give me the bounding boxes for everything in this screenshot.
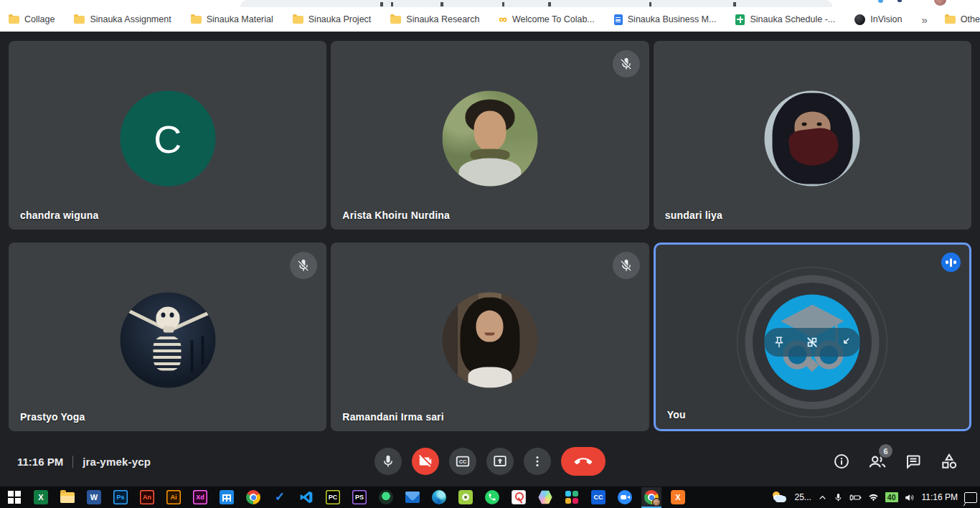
taskbar-calendar[interactable]: [220, 490, 234, 504]
battery-percent-badge[interactable]: 40: [885, 492, 898, 502]
taskbar-excel[interactable]: X: [34, 490, 48, 504]
weather-temperature[interactable]: 25...: [794, 492, 811, 502]
excel-icon: X: [34, 490, 48, 504]
browser-toolbar-remnant: [0, 0, 980, 7]
windows-logo-icon: [8, 491, 21, 504]
taskbar-chrome-active[interactable]: [644, 490, 659, 504]
illustrator-icon: Ai: [166, 490, 181, 504]
camera-off-button[interactable]: [412, 448, 439, 475]
bookmark-sinauka-schedule[interactable]: Sinauka Schedule -...: [735, 14, 835, 25]
vscode-icon: [299, 490, 314, 504]
avatar-photo: [120, 293, 215, 388]
start-button[interactable]: [7, 490, 22, 504]
participants-button[interactable]: 6: [868, 452, 887, 471]
addressbar-text-fragment: [733, 2, 736, 6]
video-tile-chandra-wiguna[interactable]: C chandra wiguna: [9, 41, 326, 230]
tray-microphone-icon[interactable]: [834, 493, 843, 502]
android-studio-icon: [379, 490, 393, 504]
addressbar-text-fragment: [649, 2, 651, 6]
pin-icon: [773, 336, 786, 349]
taskbar-microsoft-todo[interactable]: ✓: [273, 490, 287, 504]
taskbar-mail[interactable]: [405, 490, 420, 504]
activities-button[interactable]: [940, 452, 958, 471]
other-bookmarks-button[interactable]: Other bookmarks: [945, 14, 980, 24]
tray-chevron-up-icon[interactable]: [818, 493, 827, 502]
meet-control-bar: 11:16 PM jra-ymek-ycp CC: [0, 436, 980, 486]
pin-tile-button[interactable]: [773, 336, 786, 349]
system-tray: 25... 40 11:16 PM: [772, 486, 977, 508]
bookmarks-bar: Collage Sinauka Assignment Sinauka Mater…: [0, 7, 980, 32]
taskbar-illustrator[interactable]: Ai: [166, 490, 181, 504]
video-tile-prastyo-yoga[interactable]: Prastyo Yoga: [9, 243, 326, 431]
present-now-button[interactable]: [486, 448, 514, 475]
taskbar-hexagon-app[interactable]: [538, 490, 552, 504]
toolbar-icon-fragment: [897, 0, 902, 2]
meeting-details-button[interactable]: [832, 452, 851, 471]
microphone-button[interactable]: [374, 448, 402, 475]
tray-volume-icon[interactable]: [905, 493, 915, 502]
chat-icon: [905, 453, 922, 470]
chat-button[interactable]: [904, 452, 923, 471]
taskbar-photoshop[interactable]: Ps: [113, 490, 128, 504]
taskbar-pycharm[interactable]: PC: [326, 490, 340, 504]
end-call-button[interactable]: [561, 447, 606, 476]
meeting-code: jra-ymek-ycp: [83, 456, 151, 468]
tray-wifi-icon[interactable]: [868, 493, 879, 502]
bookmark-collage[interactable]: Collage: [9, 14, 55, 24]
todo-check-icon: ✓: [275, 490, 285, 504]
video-tile-ramandani-irma-sari[interactable]: Ramandani Irma sari: [331, 243, 649, 431]
weather-icon[interactable]: [772, 491, 788, 504]
taskbar-sketch-app[interactable]: [512, 490, 526, 504]
bookmark-sinauka-material[interactable]: Sinauka Material: [191, 14, 273, 24]
bookmark-sinauka-research[interactable]: Sinauka Research: [390, 14, 479, 24]
video-tile-arista-khoiru-nurdina[interactable]: Arista Khoiru Nurdina: [331, 41, 649, 230]
taskbar-phpstorm[interactable]: PS: [352, 490, 367, 504]
captions-icon: CC: [455, 453, 471, 469]
meeting-info: 11:16 PM jra-ymek-ycp: [17, 436, 151, 486]
bookmarks-overflow-chevron-icon[interactable]: »: [922, 14, 928, 26]
minimize-tile-button[interactable]: [839, 336, 852, 349]
taskbar-creative-cloud[interactable]: CC: [591, 490, 606, 504]
taskbar-animate[interactable]: An: [140, 490, 154, 504]
bookmark-welcome-to-colab[interactable]: ∞ Welcome To Colab...: [499, 14, 594, 24]
taskbar-edge[interactable]: [432, 490, 446, 504]
more-options-button[interactable]: [524, 448, 551, 475]
adobe-xd-icon: Xd: [193, 490, 207, 504]
svg-text:CC: CC: [459, 458, 467, 465]
taskbar-chrome[interactable]: [246, 490, 260, 504]
avatar-photo: [765, 91, 860, 187]
present-screen-icon: [492, 453, 508, 469]
avatar-letter: C: [154, 116, 182, 161]
edge-icon: [432, 490, 446, 504]
colab-icon: ∞: [499, 16, 507, 23]
participants-count-badge: 6: [879, 444, 892, 458]
taskbar-xampp[interactable]: X: [671, 490, 685, 504]
taskbar-android-studio[interactable]: [379, 490, 393, 504]
video-tile-you[interactable]: You: [654, 243, 971, 431]
mic-muted-badge: [613, 252, 640, 279]
participant-name: chandra wiguna: [20, 210, 98, 221]
taskbar-adobe-xd[interactable]: Xd: [193, 490, 207, 504]
video-tile-sundari-liya[interactable]: sundari liya: [654, 41, 971, 230]
google-sheets-icon: [735, 14, 745, 25]
remove-tile-button[interactable]: [805, 335, 819, 349]
pycharm-icon: PC: [326, 490, 340, 504]
tray-clock[interactable]: 11:16 PM: [922, 492, 958, 502]
taskbar-zoom[interactable]: [618, 490, 632, 504]
taskbar-slack[interactable]: [565, 490, 579, 504]
audio-output-badge[interactable]: [941, 253, 961, 272]
taskbar-vscode[interactable]: [299, 490, 314, 504]
bookmark-sinauka-business[interactable]: Sinauka Business M...: [614, 14, 717, 25]
taskbar-file-explorer[interactable]: [60, 490, 75, 504]
action-center-icon[interactable]: [964, 492, 977, 503]
tray-power-icon[interactable]: [849, 493, 862, 502]
collapse-arrow-icon: [839, 336, 852, 349]
slack-icon: [565, 491, 578, 504]
taskbar-word[interactable]: W: [87, 490, 101, 504]
bookmark-sinauka-project[interactable]: Sinauka Project: [293, 14, 372, 24]
taskbar-emulator[interactable]: [458, 490, 473, 504]
captions-button[interactable]: CC: [449, 448, 476, 475]
bookmark-invision[interactable]: InVision: [854, 14, 902, 25]
taskbar-whatsapp[interactable]: [485, 490, 499, 504]
bookmark-sinauka-assignment[interactable]: Sinauka Assignment: [74, 14, 171, 24]
